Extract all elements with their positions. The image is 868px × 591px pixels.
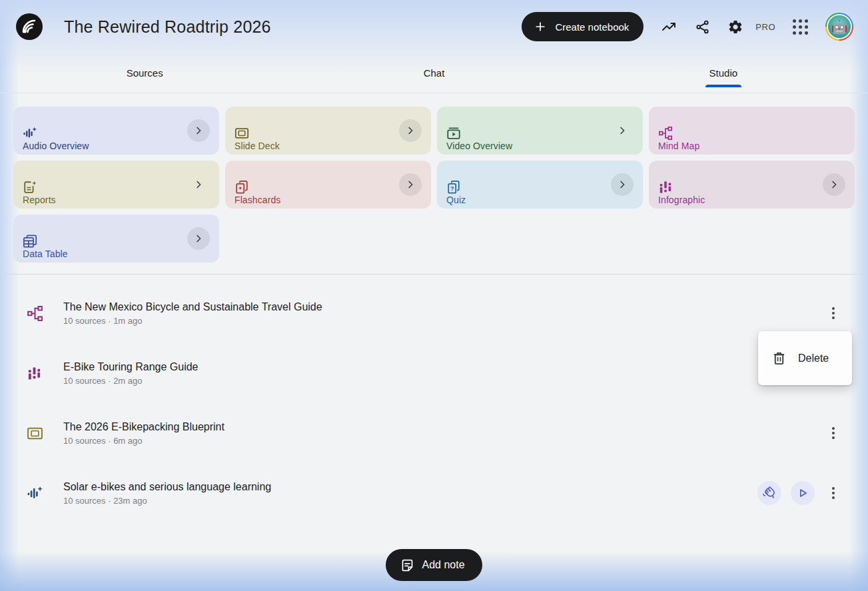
card-data-table[interactable]: Data Table — [13, 215, 219, 263]
create-notebook-label: Create notebook — [555, 21, 629, 33]
create-notebook-button[interactable]: Create notebook — [522, 12, 644, 41]
google-apps-grid-icon[interactable] — [793, 19, 808, 35]
share-icon[interactable] — [694, 19, 710, 35]
card-label: Audio Overview — [23, 141, 210, 151]
artifact-title: The 2026 E-Bikepacking Blueprint — [63, 421, 224, 433]
tab-sources-label: Sources — [127, 67, 163, 79]
play-icon — [795, 486, 810, 500]
card-label: Quiz — [446, 195, 634, 205]
card-reports[interactable]: Reports — [13, 161, 219, 209]
more-options-icon[interactable] — [825, 303, 841, 323]
more-options-icon[interactable] — [825, 423, 841, 443]
context-menu-item-delete[interactable]: Delete — [798, 352, 829, 364]
artifact-title: E-Bike Touring Range Guide — [63, 361, 199, 373]
data-table-icon — [23, 234, 210, 249]
card-label: Infographic — [658, 195, 845, 205]
studio-artifact-list: The New Mexico Bicycle and Sustainable T… — [0, 275, 868, 523]
audio-waveform-sparkle-icon — [23, 126, 210, 141]
active-tab-underline — [705, 85, 741, 87]
report-sparkle-icon — [23, 180, 210, 195]
artifact-row-audio-overview[interactable]: Solar e-bikes and serious language learn… — [0, 463, 868, 523]
add-note-label: Add note — [422, 559, 464, 571]
artifact-meta: 10 sources · 2m ago — [63, 376, 199, 386]
analytics-trending-icon[interactable] — [661, 19, 677, 35]
card-label: Reports — [23, 195, 210, 205]
card-video-overview[interactable]: Video Overview — [437, 107, 643, 155]
chevron-right-icon[interactable] — [187, 173, 210, 196]
tab-studio-label: Studio — [709, 67, 738, 79]
interactive-mode-button[interactable] — [757, 481, 781, 505]
plus-icon — [534, 20, 547, 33]
tab-studio[interactable]: Studio — [579, 53, 868, 93]
card-infographic[interactable]: Infographic — [649, 161, 855, 209]
tab-chat[interactable]: Chat — [289, 53, 578, 93]
tab-sources[interactable]: Sources — [0, 53, 289, 93]
artifact-row-mind-map[interactable]: The New Mexico Bicycle and Sustainable T… — [0, 283, 868, 343]
card-audio-overview[interactable]: Audio Overview — [13, 107, 219, 155]
artifact-meta: 10 sources · 6m ago — [63, 436, 224, 446]
notebook-title[interactable]: The Rewired Roadtrip 2026 — [64, 17, 271, 37]
add-note-button[interactable]: Add note — [386, 549, 482, 581]
context-menu: Delete — [758, 331, 852, 385]
chevron-right-icon[interactable] — [399, 119, 422, 142]
chevron-right-icon[interactable] — [611, 173, 634, 196]
play-audio-button[interactable] — [791, 481, 815, 505]
account-avatar[interactable]: 🤖 — [825, 13, 853, 41]
card-label: Slide Deck — [234, 141, 422, 151]
slide-deck-icon — [234, 126, 422, 141]
chevron-right-icon[interactable] — [187, 227, 210, 250]
video-overview-icon — [446, 126, 634, 141]
card-label: Flashcards — [234, 195, 422, 205]
audio-waveform-sparkle-icon — [27, 485, 44, 502]
card-label: Video Overview — [446, 141, 634, 151]
avatar-robot-image: 🤖 — [827, 14, 852, 39]
studio-tools-grid: Audio Overview Slide Deck Video Overview… — [0, 93, 868, 263]
artifact-title: The New Mexico Bicycle and Sustainable T… — [63, 301, 322, 313]
flashcards-icon — [234, 180, 422, 195]
main-tab-bar: Sources Chat Studio — [0, 53, 868, 93]
slide-deck-icon — [27, 425, 44, 442]
chevron-right-icon[interactable] — [611, 119, 634, 142]
card-quiz[interactable]: Quiz — [437, 161, 643, 209]
chevron-right-icon[interactable] — [823, 173, 845, 196]
card-label: Mind Map — [658, 141, 845, 151]
pro-badge: PRO — [755, 22, 775, 32]
app-header: The Rewired Roadtrip 2026 Create noteboo… — [0, 0, 868, 53]
artifact-title: Solar e-bikes and serious language learn… — [63, 481, 271, 493]
infographic-icon — [27, 366, 44, 381]
notebooklm-logo[interactable] — [16, 13, 43, 40]
artifact-row-infographic[interactable]: E-Bike Touring Range Guide 10 sources · … — [0, 343, 868, 403]
mind-map-icon — [27, 305, 44, 322]
wave-hand-icon — [762, 486, 777, 500]
artifact-meta: 10 sources · 23m ago — [63, 496, 271, 506]
card-mind-map[interactable]: Mind Map — [649, 107, 855, 155]
more-options-icon[interactable] — [825, 483, 841, 503]
infographic-icon — [658, 180, 845, 195]
note-icon — [400, 558, 414, 572]
quiz-icon — [446, 180, 634, 195]
card-label: Data Table — [23, 249, 210, 259]
card-flashcards[interactable]: Flashcards — [225, 161, 431, 209]
artifact-meta: 10 sources · 1m ago — [63, 316, 322, 326]
card-slide-deck[interactable]: Slide Deck — [225, 107, 431, 155]
chevron-right-icon[interactable] — [399, 173, 422, 196]
tab-chat-label: Chat — [424, 67, 445, 79]
trash-icon — [771, 350, 787, 366]
artifact-row-slide-deck[interactable]: The 2026 E-Bikepacking Blueprint 10 sour… — [0, 403, 868, 463]
settings-gear-icon[interactable] — [727, 19, 743, 35]
chevron-right-icon[interactable] — [187, 119, 210, 142]
mind-map-icon — [658, 126, 845, 141]
